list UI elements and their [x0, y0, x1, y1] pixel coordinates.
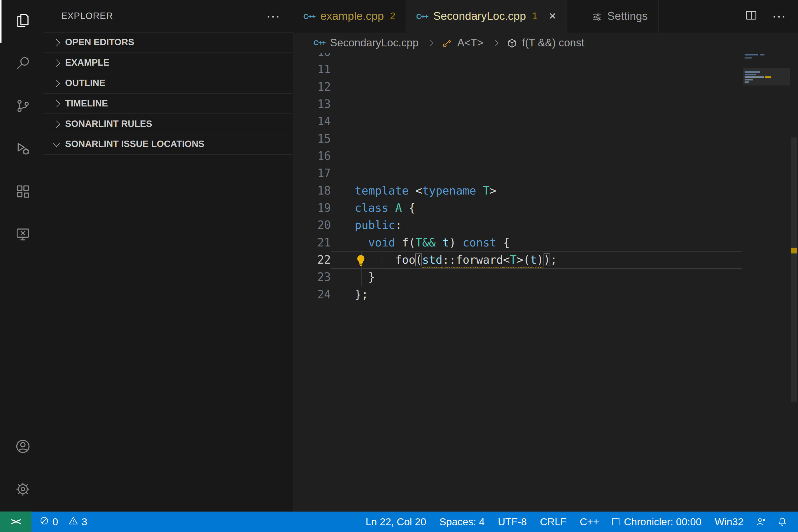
settings-sliders-icon	[591, 10, 602, 23]
code-line-13[interactable]: 13	[293, 96, 798, 113]
indent-guide	[381, 251, 382, 269]
notifications-bell-icon[interactable]	[772, 516, 793, 527]
code-line-21[interactable]: 21 void f(T&& t) const {	[293, 234, 798, 251]
minimap-mark	[760, 54, 764, 55]
close-tab-icon[interactable]: ✕	[549, 11, 556, 22]
status-item-crlf[interactable]: CRLF	[533, 516, 573, 528]
editor[interactable]: 101112131415161718template <typename T>1…	[293, 53, 798, 511]
status-item-spaces-4[interactable]: Spaces: 4	[433, 516, 492, 528]
chevron-right-icon	[53, 100, 60, 107]
editor-group: C++example.cpp2C++SecondaryLoc.cpp1✕Sett…	[293, 0, 798, 512]
sidebar-section-example[interactable]: EXAMPLE	[44, 53, 293, 73]
activity-explorer[interactable]	[0, 0, 44, 43]
code-line-10[interactable]: 10	[293, 53, 798, 61]
code-line-16[interactable]: 16	[293, 148, 798, 165]
status-right: Ln 22, Col 20Spaces: 4UTF-8CRLFC++Chroni…	[359, 516, 798, 528]
search-icon	[15, 55, 31, 73]
code-line-18[interactable]: 18template <typename T>	[293, 182, 798, 200]
sidebar-more-actions-icon[interactable]: ⋯	[266, 11, 280, 21]
activity-extensions[interactable]	[0, 171, 44, 214]
error-icon	[39, 515, 49, 528]
chevron-right-icon	[53, 39, 60, 46]
problems-indicator[interactable]: 0 3	[32, 515, 95, 528]
line-number: 16	[293, 148, 331, 165]
cpp-file-icon: C++	[416, 12, 428, 20]
activity-settings[interactable]	[0, 469, 44, 512]
tab-problems-badge: 2	[390, 11, 395, 22]
tab-bar: C++example.cpp2C++SecondaryLoc.cpp1✕Sett…	[293, 0, 798, 33]
minimap-mark	[745, 54, 758, 55]
line-number: 19	[293, 200, 331, 217]
code-line-14[interactable]: 14	[293, 113, 798, 130]
tab-label: Settings	[607, 10, 648, 23]
remote-indicator[interactable]: ><	[0, 512, 32, 532]
line-number: 24	[293, 286, 331, 303]
chevron-down-icon	[53, 140, 60, 147]
code-line-17[interactable]: 17	[293, 165, 798, 182]
tab-secondaryloc-cpp[interactable]: C++SecondaryLoc.cpp1✕	[406, 0, 567, 33]
activity-bar	[0, 0, 44, 512]
split-editor-icon[interactable]	[745, 9, 758, 24]
activity-run-debug[interactable]	[0, 128, 44, 171]
section-label: TIMELINE	[65, 98, 108, 109]
line-content: public:	[355, 217, 402, 234]
editor-actions: ⋯	[745, 0, 798, 33]
status-item-c[interactable]: C++	[573, 516, 606, 528]
section-label: SONARLINT ISSUE LOCATIONS	[65, 139, 205, 150]
line-content: template <typename T>	[355, 182, 496, 200]
section-label: OUTLINE	[65, 78, 105, 89]
code-line-23[interactable]: 23 }	[293, 269, 798, 286]
sidebar-sections: OPEN EDITORSEXAMPLEOUTLINETIMELINESONARL…	[44, 32, 293, 155]
activity-account[interactable]	[0, 426, 44, 469]
status-item-ln-22-col-20[interactable]: Ln 22, Col 20	[359, 516, 433, 528]
status-item-win32[interactable]: Win32	[708, 516, 750, 528]
section-label: OPEN EDITORS	[65, 37, 134, 48]
activity-remote-explorer[interactable]	[0, 214, 44, 256]
feedback-person-icon[interactable]	[750, 516, 772, 527]
error-count: 0	[53, 516, 58, 528]
line-number: 21	[293, 234, 331, 251]
files-icon	[15, 12, 31, 31]
vscode-window: EXPLORER ⋯ OPEN EDITORSEXAMPLEOUTLINETIM…	[0, 0, 798, 532]
code-line-11[interactable]: 11	[293, 61, 798, 78]
breadcrumb-item-class[interactable]: A<T>	[457, 37, 483, 49]
extensions-icon	[15, 183, 31, 202]
account-icon	[15, 438, 31, 456]
chevron-right-icon	[53, 59, 60, 66]
chevron-right-icon	[492, 39, 498, 46]
code-line-19[interactable]: 19class A {	[293, 200, 798, 217]
breadcrumb-item-file[interactable]: SecondaryLoc.cpp	[330, 37, 419, 49]
line-content: }	[355, 269, 375, 286]
activity-search[interactable]	[0, 43, 44, 86]
sidebar-section-sonarlint-issue-locations[interactable]: SONARLINT ISSUE LOCATIONS	[44, 134, 293, 155]
minimap-mark	[745, 81, 749, 83]
line-number: 17	[293, 165, 331, 182]
minimap[interactable]	[743, 53, 790, 511]
editor-more-actions-icon[interactable]: ⋯	[772, 11, 786, 21]
line-number: 23	[293, 269, 331, 286]
sidebar-section-open-editors[interactable]: OPEN EDITORS	[44, 32, 293, 53]
code-line-20[interactable]: 20public:	[293, 217, 798, 234]
tab-example-cpp[interactable]: C++example.cpp2	[293, 0, 406, 33]
line-number: 15	[293, 130, 331, 148]
status-item-chronicler-00-00[interactable]: Chronicler: 00:00	[606, 516, 708, 528]
code-line-22[interactable]: 22 foo(std::forward<T>(t));	[293, 251, 798, 269]
record-square-icon	[612, 518, 619, 525]
sidebar-section-sonarlint-rules[interactable]: SONARLINT RULES	[44, 113, 293, 134]
code-line-15[interactable]: 15	[293, 130, 798, 148]
sidebar-section-outline[interactable]: OUTLINE	[44, 73, 293, 93]
sidebar-section-timeline[interactable]: TIMELINE	[44, 93, 293, 113]
cpp-file-icon: C++	[303, 12, 315, 20]
status-item-utf-8[interactable]: UTF-8	[491, 516, 533, 528]
minimap-mark	[745, 71, 760, 73]
code-line-12[interactable]: 12	[293, 78, 798, 96]
tab-settings[interactable]: Settings	[581, 0, 658, 33]
code-lines: 101112131415161718template <typename T>1…	[293, 53, 798, 303]
chevron-right-icon	[427, 39, 433, 46]
breadcrumb-item-method[interactable]: f(T &&) const	[522, 37, 584, 49]
warning-icon	[68, 515, 78, 528]
code-line-24[interactable]: 24};	[293, 286, 798, 303]
activity-source-control[interactable]	[0, 86, 44, 128]
gear-icon	[15, 481, 31, 499]
overview-ruler[interactable]	[790, 53, 798, 511]
